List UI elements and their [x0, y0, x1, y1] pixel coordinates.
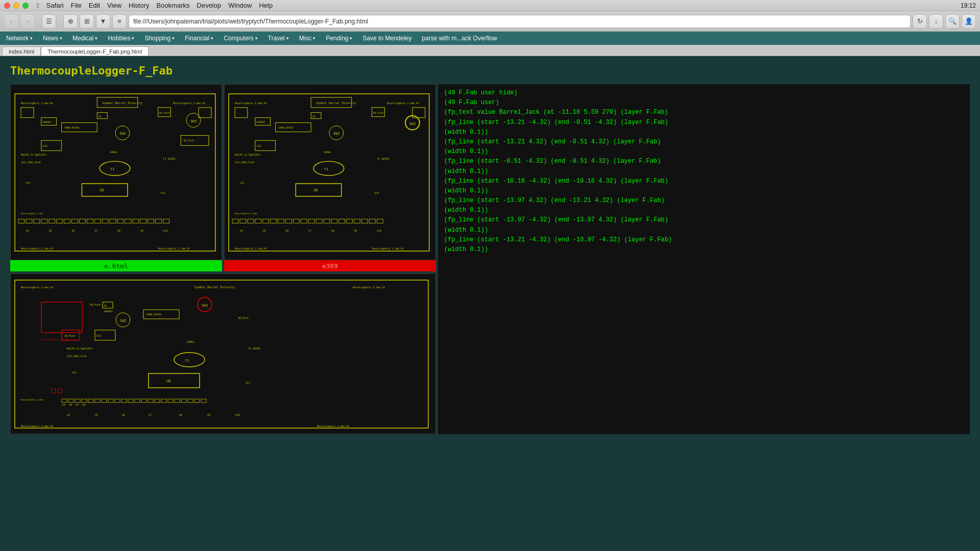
- svg-text:U7: U7: [149, 413, 152, 416]
- svg-text:16MHz: 16MHz: [110, 151, 117, 154]
- share-button[interactable]: ⊕: [63, 14, 78, 29]
- svg-text:SW1: SW1: [202, 304, 208, 308]
- content-grid: Symbol_Barrel_Polarity MountingHole_3.2m…: [10, 84, 970, 434]
- nav-network[interactable]: Network ▾: [1, 34, 38, 43]
- nav-save-mendeley[interactable]: Save to Mendeley: [357, 34, 416, 43]
- svg-text:1N4007: 1N4007: [104, 310, 113, 313]
- profile-button[interactable]: 👤: [962, 14, 976, 29]
- svg-text:U6: U6: [122, 413, 125, 416]
- menu-history[interactable]: History: [129, 2, 149, 9]
- url-text: file:///Users/johnpateman/trial/plots/we…: [133, 18, 368, 25]
- nav-computers[interactable]: Computers ▾: [218, 34, 263, 43]
- nav-misc[interactable]: Misc ▾: [294, 34, 321, 43]
- svg-text:BQ139 12.5pD1307+: BQ139 12.5pD1307+: [21, 153, 47, 157]
- code-line: (width 0.1)): [444, 226, 964, 235]
- menu-develop[interactable]: Develop: [197, 2, 222, 9]
- svg-text:MountingHole_3.2mm_KX: MountingHole_3.2mm_KX: [235, 102, 267, 105]
- code-line: (49 F.Fab user hide): [444, 88, 964, 98]
- svg-text:CONN_02X03: CONN_02X03: [64, 126, 80, 130]
- svg-text:10M: 10M: [62, 404, 66, 406]
- nav-shopping[interactable]: Shopping ▾: [139, 34, 180, 43]
- svg-text:10M: 10M: [68, 404, 72, 406]
- nav-parse[interactable]: parse with m...ack Overflow: [417, 34, 502, 43]
- back-button[interactable]: ‹: [4, 14, 18, 29]
- minimize-button[interactable]: [13, 3, 19, 9]
- code-line: (fp_text value Barrel_Jack (at -11.18 5.…: [444, 108, 964, 117]
- menu-window[interactable]: Window: [228, 2, 252, 9]
- svg-text:MountingHole_3.2mm_KX: MountingHole_3.2mm_KX: [21, 247, 53, 251]
- svg-text:U12: U12: [72, 371, 77, 374]
- reader-mode[interactable]: ▼: [96, 14, 110, 29]
- search-button[interactable]: 🔍: [945, 14, 960, 29]
- svg-text:MountingHole_3.2mm_KX: MountingHole_3.2mm_KX: [158, 247, 190, 251]
- svg-text:SW_Push: SW_Push: [373, 111, 384, 115]
- menu-file[interactable]: File: [71, 2, 82, 9]
- svg-text:SW_Push: SW_Push: [183, 139, 194, 142]
- pcb-svg-1: Symbol_Barrel_Polarity MountingHole_3.2m…: [11, 85, 222, 260]
- nav-news[interactable]: News ▾: [38, 34, 67, 43]
- svg-text:U8: U8: [179, 413, 182, 416]
- code-panel: (49 F.Fab user hide) (49 F.Fab user) (fp…: [438, 84, 970, 434]
- svg-text:U7: U7: [308, 229, 311, 232]
- svg-text:MountingHole_3.2mm_KX: MountingHole_3.2mm_KX: [317, 424, 349, 428]
- label-red: e309: [224, 260, 436, 271]
- apple-menu[interactable]: : [37, 2, 39, 9]
- tab-index[interactable]: index.html: [2, 46, 41, 56]
- nav-medical[interactable]: Medical ▾: [67, 34, 103, 43]
- menu-bookmarks[interactable]: Bookmarks: [156, 2, 189, 9]
- clock: 19:12: [961, 2, 976, 9]
- svg-text:U8: U8: [313, 188, 317, 192]
- svg-text:I2S:25Mn_PLAY: I2S:25Mn_PLAY: [67, 355, 87, 358]
- code-line: (fp_line (start -13.21 4.32) (end -0.51 …: [444, 137, 964, 147]
- nav-hobbies[interactable]: Hobbies ▾: [103, 34, 139, 43]
- svg-text:Y1: Y1: [185, 359, 189, 363]
- nav-financial[interactable]: Financial ▾: [180, 34, 218, 43]
- code-line: (width 0.1)): [444, 128, 964, 137]
- svg-text:U4: U4: [26, 229, 29, 232]
- pcb-svg-2: Symbol_Barrel_Polarity MountingHole_3.2m…: [225, 85, 435, 260]
- svg-text:U10: U10: [377, 229, 381, 232]
- svg-text:U9: U9: [354, 229, 357, 232]
- code-line: (fp_line (start -13.21 -4.32) (end -0.51…: [444, 118, 964, 128]
- svg-text:U15: U15: [257, 144, 261, 147]
- forward-button[interactable]: ›: [20, 14, 35, 29]
- svg-text:U6: U6: [72, 229, 75, 232]
- maximize-button[interactable]: [22, 3, 29, 9]
- svg-text:SW2: SW2: [119, 132, 126, 136]
- close-button[interactable]: [4, 3, 10, 9]
- svg-text:Symbol_Barrel_Polarity: Symbol_Barrel_Polarity: [102, 101, 142, 105]
- tab-overview[interactable]: ⊞: [80, 14, 94, 29]
- svg-text:MountingHole_3.2mm_KX: MountingHole_3.2mm_KX: [21, 424, 53, 428]
- svg-text:U8: U8: [117, 229, 120, 232]
- code-line: (width 0.1)): [444, 206, 964, 215]
- svg-text:F1 AD595: F1 AD595: [163, 157, 175, 160]
- svg-text:U6: U6: [286, 229, 289, 232]
- nav-pending[interactable]: Pending ▾: [321, 34, 357, 43]
- menu-edit[interactable]: Edit: [89, 2, 100, 9]
- svg-text:U13: U13: [374, 191, 379, 194]
- svg-text:U9: U9: [140, 229, 143, 232]
- svg-text:SW_Push: SW_Push: [64, 334, 75, 338]
- chevron-down-icon: ▾: [132, 36, 134, 41]
- tab-active[interactable]: ThermocoupleLogger-F_Fab.png.html: [41, 46, 149, 56]
- sidebar-toggle[interactable]: ☰: [42, 14, 56, 29]
- download-button[interactable]: ↓: [929, 14, 943, 29]
- code-line: (fp_line (start -10.16 -4.32) (end -10.1…: [444, 177, 964, 186]
- svg-text:U4: U4: [67, 413, 70, 416]
- svg-text:SW2: SW2: [333, 132, 340, 136]
- chevron-down-icon: ▾: [95, 36, 97, 41]
- svg-text:SW_Push: SW_Push: [159, 111, 170, 115]
- auto-fill[interactable]: ≡: [112, 14, 127, 29]
- chevron-down-icon: ▾: [60, 36, 62, 41]
- svg-text:U4: U4: [240, 229, 243, 232]
- chevron-down-icon: ▾: [211, 36, 213, 41]
- nav-travel[interactable]: Travel ▾: [263, 34, 294, 43]
- menu-view[interactable]: View: [107, 2, 121, 9]
- reload-button[interactable]: ↻: [913, 14, 927, 29]
- svg-text:BQ139 12.5pD1307+: BQ139 12.5pD1307+: [235, 153, 261, 157]
- menu-help[interactable]: Help: [259, 2, 273, 9]
- svg-rect-64: [225, 85, 435, 260]
- url-bar[interactable]: file:///Users/johnpateman/trial/plots/we…: [129, 15, 911, 28]
- code-line: (width 0.1)): [444, 167, 964, 177]
- menu-safari[interactable]: Safari: [46, 2, 64, 9]
